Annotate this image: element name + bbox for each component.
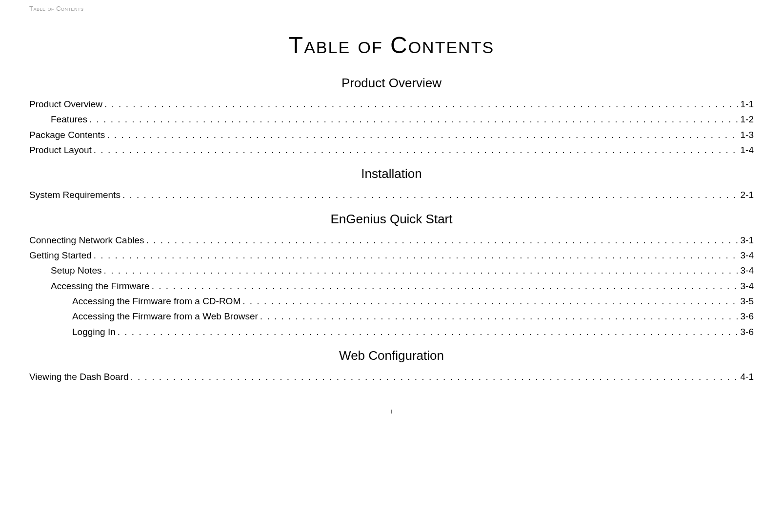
toc-entry-label: Accessing the Firmware from a CD-ROM bbox=[72, 294, 241, 309]
header-label: Table of Contents bbox=[29, 5, 754, 12]
toc-entry-label: System Requirements bbox=[29, 187, 120, 202]
toc-entry-label: Viewing the Dash Board bbox=[29, 369, 129, 384]
toc-entry-page: 1-4 bbox=[741, 142, 754, 158]
toc-entry: Product Overview 1-1 bbox=[29, 97, 754, 112]
toc-entry: Accessing the Firmware from a CD-ROM 3-5 bbox=[29, 294, 754, 309]
toc-entry-label: Product Layout bbox=[29, 142, 92, 158]
toc-leader-dots bbox=[118, 324, 739, 339]
toc-entry-page: 3-1 bbox=[741, 233, 754, 248]
toc-entry: Accessing the Firmware from a Web Browse… bbox=[29, 309, 754, 324]
toc-leader-dots bbox=[131, 369, 739, 384]
toc-entry-page: 1-3 bbox=[741, 127, 754, 142]
toc-entry-page: 3-4 bbox=[741, 263, 754, 278]
toc-leader-dots bbox=[107, 127, 738, 142]
toc-entry: Connecting Network Cables 3-1 bbox=[29, 233, 754, 248]
toc-entry-page: 3-6 bbox=[741, 324, 754, 339]
toc-entry-label: Setup Notes bbox=[51, 263, 102, 278]
toc-leader-dots bbox=[260, 309, 739, 324]
toc-leader-dots bbox=[122, 187, 739, 202]
toc-entry-label: Package Contents bbox=[29, 127, 105, 142]
toc-leader-dots bbox=[104, 97, 739, 112]
toc-leader-dots bbox=[89, 112, 739, 127]
section-title: Product Overview bbox=[29, 76, 754, 91]
toc-leader-dots bbox=[94, 248, 739, 263]
toc-entry: Viewing the Dash Board 4-1 bbox=[29, 369, 754, 384]
page-title: Table of Contents bbox=[29, 32, 754, 59]
toc-entry: Logging In 3-6 bbox=[29, 324, 754, 339]
toc-leader-dots bbox=[104, 263, 739, 278]
toc-entry-page: 1-1 bbox=[741, 97, 754, 112]
page-footer: I bbox=[29, 409, 754, 414]
section-title: Web Configuration bbox=[29, 348, 754, 363]
toc-entry-label: Getting Started bbox=[29, 248, 92, 263]
toc-entry-page: 2-1 bbox=[741, 187, 754, 202]
toc-leader-dots bbox=[94, 142, 739, 158]
toc-entry-label: Product Overview bbox=[29, 97, 102, 112]
toc-entry-page: 3-6 bbox=[741, 309, 754, 324]
toc-entry-label: Accessing the Firmware bbox=[51, 278, 150, 294]
toc-entry: Features 1-2 bbox=[29, 112, 754, 127]
toc-entry-page: 3-5 bbox=[741, 294, 754, 309]
toc-entry-label: Logging In bbox=[72, 324, 116, 339]
toc-entry-label: Accessing the Firmware from a Web Browse… bbox=[72, 309, 258, 324]
toc-entry-label: Connecting Network Cables bbox=[29, 233, 144, 248]
toc-entry: Product Layout 1-4 bbox=[29, 142, 754, 158]
toc-entry: Setup Notes 3-4 bbox=[29, 263, 754, 278]
toc-entry-page: 3-4 bbox=[741, 278, 754, 294]
toc-leader-dots bbox=[242, 294, 738, 309]
toc-entry-page: 1-2 bbox=[741, 112, 754, 127]
toc-entry: Getting Started 3-4 bbox=[29, 248, 754, 263]
section-title: EnGenius Quick Start bbox=[29, 212, 754, 227]
toc-entry-label: Features bbox=[51, 112, 87, 127]
toc-leader-dots bbox=[146, 233, 739, 248]
toc-entry: Package Contents 1-3 bbox=[29, 127, 754, 142]
toc-entry-page: 4-1 bbox=[741, 369, 754, 384]
toc-entry: System Requirements 2-1 bbox=[29, 187, 754, 202]
toc-entry-page: 3-4 bbox=[741, 248, 754, 263]
toc-container: Product OverviewProduct Overview 1-1Feat… bbox=[29, 76, 754, 384]
section-title: Installation bbox=[29, 166, 754, 181]
toc-leader-dots bbox=[152, 278, 739, 294]
toc-entry: Accessing the Firmware 3-4 bbox=[29, 278, 754, 294]
